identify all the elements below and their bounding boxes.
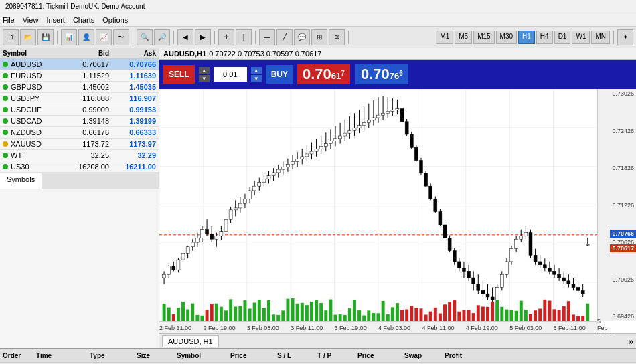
chart-pair: AUDUSD,H1 bbox=[163, 50, 206, 58]
time-label-0: 2 Feb 11:00 bbox=[159, 325, 191, 331]
symbol-row-usdjpy[interactable]: USDJPY 116.808 116.907 bbox=[0, 93, 159, 104]
line-chart-btn[interactable]: 〜 bbox=[113, 29, 129, 46]
price-label-1: 0.72426 bbox=[598, 128, 636, 134]
expand-icon[interactable]: » bbox=[628, 336, 633, 347]
status-dot bbox=[3, 96, 8, 101]
time-label-1: 2 Feb 19:00 bbox=[203, 325, 235, 331]
chart-canvas-container[interactable]: 0.730260.724260.718260.712260.706260.700… bbox=[159, 89, 636, 333]
lot-up-btn[interactable]: ▲ bbox=[251, 67, 262, 74]
symbol-name: USDJPY bbox=[3, 94, 56, 102]
menu-charts[interactable]: Charts bbox=[73, 16, 94, 24]
current-price-label: 0.70617 bbox=[610, 244, 636, 252]
menu-insert[interactable]: Insert bbox=[46, 16, 65, 24]
main-area: Symbol Bid Ask AUDUSD 0.70617 0.70766 EU… bbox=[0, 48, 636, 348]
tf-d1[interactable]: D1 bbox=[554, 31, 571, 44]
chart-btn[interactable]: 📈 bbox=[96, 29, 112, 46]
crosshair-btn[interactable]: ✛ bbox=[218, 29, 234, 46]
status-dot bbox=[3, 107, 8, 112]
grid-btn[interactable]: ⊞ bbox=[311, 29, 327, 46]
lot-size-input[interactable] bbox=[214, 67, 247, 82]
sell-price-up[interactable]: ▲ bbox=[199, 67, 210, 74]
tf-m1[interactable]: M1 bbox=[436, 31, 453, 44]
bid-value: 0.66176 bbox=[56, 128, 109, 136]
col-price2: Price bbox=[357, 352, 404, 359]
sym-label: US30 bbox=[11, 163, 29, 171]
open-btn[interactable]: 📂 bbox=[20, 29, 36, 46]
menu-view[interactable]: View bbox=[23, 16, 39, 24]
order-table-header: Order Time Type Size Symbol Price S / L … bbox=[0, 349, 636, 363]
zoom-out-btn[interactable]: 🔎 bbox=[154, 29, 170, 46]
sell-price-display: 0.70 617 bbox=[297, 64, 350, 84]
status-dot bbox=[3, 73, 8, 78]
ask-value: 1.11639 bbox=[109, 72, 156, 80]
fib-btn[interactable]: ≋ bbox=[329, 29, 345, 46]
sym-label: USDCHF bbox=[11, 106, 42, 114]
col-swap: Swap bbox=[404, 352, 445, 359]
sell-button[interactable]: SELL bbox=[163, 65, 195, 84]
period-sep-btn[interactable]: | bbox=[236, 29, 252, 46]
line-tool-btn[interactable]: — bbox=[259, 29, 275, 46]
symbol-row-gbpusd[interactable]: GBPUSD 1.45002 1.45035 bbox=[0, 82, 159, 93]
sym-label: NZDUSD bbox=[11, 128, 42, 136]
comment-btn[interactable]: 💬 bbox=[294, 29, 310, 46]
menu-file[interactable]: File bbox=[3, 16, 15, 24]
trendline-btn[interactable]: ╱ bbox=[276, 29, 293, 46]
sell-price-down[interactable]: ▼ bbox=[199, 75, 210, 82]
sep6 bbox=[348, 31, 349, 44]
indicators-btn[interactable]: ✦ bbox=[617, 29, 633, 46]
symbol-row-audusd[interactable]: AUDUSD 0.70617 0.70766 bbox=[0, 59, 159, 70]
tf-m15[interactable]: M15 bbox=[473, 31, 494, 44]
save-btn[interactable]: 💾 bbox=[37, 29, 54, 46]
tf-mn[interactable]: MN bbox=[591, 31, 610, 44]
status-dot bbox=[3, 118, 8, 124]
symbol-name: US30 bbox=[3, 163, 56, 171]
scroll-right-btn[interactable]: ▶ bbox=[195, 29, 211, 46]
time-label-2: 3 Feb 03:00 bbox=[247, 325, 279, 331]
col-order: Order bbox=[3, 352, 36, 359]
status-dot bbox=[3, 153, 8, 158]
sep1 bbox=[57, 31, 58, 44]
history-btn[interactable]: 📊 bbox=[61, 29, 77, 46]
sep7 bbox=[613, 31, 614, 44]
tf-h1[interactable]: H1 bbox=[518, 31, 535, 44]
col-profit: Profit bbox=[445, 352, 491, 359]
status-dot bbox=[3, 130, 8, 135]
menu-bar: File View Insert Charts Options bbox=[0, 13, 636, 27]
accounts-btn[interactable]: 👤 bbox=[78, 29, 94, 46]
trade-price-label: 0.70766 bbox=[610, 230, 636, 238]
lot-down-btn[interactable]: ▼ bbox=[251, 75, 262, 82]
sep2 bbox=[133, 31, 133, 44]
tf-m5[interactable]: M5 bbox=[455, 31, 472, 44]
price-label-3: 0.71226 bbox=[598, 202, 636, 209]
chart-tab-audusd[interactable]: AUDUSD, H1 bbox=[162, 335, 219, 347]
price-axis: 0.730260.724260.718260.712260.706260.700… bbox=[597, 89, 636, 321]
ask-value: 1.39199 bbox=[109, 117, 156, 125]
zoom-in-btn[interactable]: 🔍 bbox=[137, 29, 153, 46]
symbol-row-usdchf[interactable]: USDCHF 0.99009 0.99153 bbox=[0, 104, 159, 116]
time-label-4: 3 Feb 19:00 bbox=[335, 325, 367, 331]
scroll-left-btn[interactable]: ◀ bbox=[177, 29, 193, 46]
time-label-10: 5 Feb 19:00 bbox=[597, 318, 613, 334]
ask-value: 1.45035 bbox=[109, 83, 156, 91]
bid-value: 1.45002 bbox=[56, 83, 109, 91]
sym-label: XAUUSD bbox=[11, 140, 42, 148]
symbol-row-us30[interactable]: US30 16208.00 16211.00 bbox=[0, 161, 159, 173]
tf-m30[interactable]: M30 bbox=[496, 31, 517, 44]
tf-h4[interactable]: H4 bbox=[536, 31, 553, 44]
trade-controls: SELL ▲ ▼ ▲ ▼ BUY 0.70 617 0.70 766 bbox=[159, 60, 636, 89]
new-chart-btn[interactable]: 🗋 bbox=[3, 29, 19, 46]
tf-w1[interactable]: W1 bbox=[572, 31, 590, 44]
ask-value: 0.66333 bbox=[109, 128, 156, 136]
sym-label: AUDUSD bbox=[11, 60, 42, 68]
chart-tab-bar: AUDUSD, H1 » bbox=[159, 333, 636, 348]
buy-button[interactable]: BUY bbox=[266, 65, 293, 84]
symbol-row-nzdusd[interactable]: NZDUSD 0.66176 0.66333 bbox=[0, 127, 159, 139]
symbol-row-xauusd[interactable]: XAUUSD 1173.72 1173.97 bbox=[0, 139, 159, 150]
symbol-row-wti[interactable]: WTI 32.25 32.29 bbox=[0, 150, 159, 161]
chart-canvas[interactable] bbox=[159, 89, 597, 321]
symbol-row-usdcad[interactable]: USDCAD 1.39148 1.39199 bbox=[0, 116, 159, 127]
tab-symbols[interactable]: Symbols bbox=[0, 173, 42, 189]
menu-options[interactable]: Options bbox=[102, 16, 128, 24]
price-label-0: 0.73026 bbox=[598, 90, 636, 97]
symbol-row-eurusd[interactable]: EURUSD 1.11529 1.11639 bbox=[0, 70, 159, 82]
